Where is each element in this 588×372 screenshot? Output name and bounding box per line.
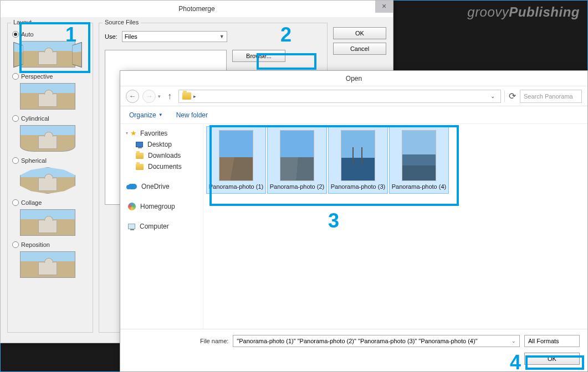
computer-icon — [128, 224, 135, 229]
use-select[interactable]: Files ▼ — [122, 31, 227, 42]
photomerge-titlebar: Photomerge × — [1, 1, 393, 17]
use-label: Use: — [105, 33, 117, 40]
layout-group: Layout Auto Perspective Cylindrical — [7, 23, 93, 333]
chevron-down-icon: ▼ — [158, 112, 163, 117]
homegroup-icon — [128, 203, 136, 210]
radio-icon — [12, 115, 19, 122]
layout-thumb-perspective — [20, 83, 75, 110]
layout-thumb-collage — [20, 209, 75, 236]
browse-button[interactable]: Browse... — [232, 50, 285, 62]
file-tile[interactable]: Panorama-photo (1) — [206, 126, 266, 194]
layout-thumb-auto — [20, 41, 75, 68]
folder-icon — [136, 153, 144, 159]
breadcrumb[interactable]: ▸ ⌄ — [178, 90, 501, 103]
sidebar-item-homegroup[interactable]: Homegroup — [120, 201, 203, 212]
file-thumbnail — [219, 130, 253, 181]
layout-option-reposition[interactable]: Reposition — [12, 241, 50, 248]
layout-legend: Layout — [11, 19, 34, 25]
chevron-right-icon: ▸ — [193, 94, 196, 99]
layout-option-collage[interactable]: Collage — [12, 199, 42, 206]
watermark: groovyPublishing — [467, 4, 580, 20]
open-command-bar: Organize ▼ New folder — [120, 106, 587, 124]
sidebar-favorites-header[interactable]: ▾ ★ Favorites — [120, 127, 203, 139]
file-tile[interactable]: Panorama-photo (3) — [328, 126, 388, 194]
open-title: Open — [346, 75, 362, 82]
filename-input[interactable]: "Panorama-photo (1)" "Panorama-photo (2)… — [233, 335, 520, 347]
sidebar-item-onedrive[interactable]: OneDrive — [120, 181, 203, 192]
star-icon: ★ — [130, 129, 137, 137]
layout-thumb-spherical — [20, 167, 75, 194]
file-name: Panorama-photo (3) — [331, 183, 385, 191]
cancel-button[interactable]: Cancel — [333, 43, 386, 55]
up-button[interactable]: ↑ — [164, 91, 175, 102]
file-tile[interactable]: Panorama-photo (4) — [389, 126, 449, 194]
open-nav-toolbar: ← → ▾ ↑ ▸ ⌄ ⟳ Search Panorama — [120, 86, 587, 106]
sidebar-item-downloads[interactable]: Downloads — [120, 150, 203, 161]
open-sidebar: ▾ ★ Favorites Desktop Downloads Document… — [120, 124, 203, 329]
layout-thumb-cylindrical — [20, 125, 75, 152]
open-ok-button[interactable]: OK — [524, 353, 580, 365]
open-dialog: Open ← → ▾ ↑ ▸ ⌄ ⟳ Search Panorama Organ… — [120, 70, 588, 372]
search-input[interactable]: Search Panorama — [520, 90, 582, 103]
sidebar-item-documents[interactable]: Documents — [120, 161, 203, 172]
file-name: Panorama-photo (2) — [270, 183, 324, 191]
format-select[interactable]: All Formats — [524, 335, 580, 347]
ok-button[interactable]: OK — [333, 27, 386, 39]
source-legend: Source Files — [103, 19, 141, 25]
sidebar-item-computer[interactable]: Computer — [120, 221, 203, 232]
radio-icon — [12, 157, 19, 164]
open-file-area[interactable]: Panorama-photo (1) Panorama-photo (2) Pa… — [203, 124, 587, 329]
radio-icon — [12, 199, 19, 206]
close-icon[interactable]: × — [375, 1, 393, 13]
file-tile[interactable]: Panorama-photo (2) — [267, 126, 327, 194]
organize-menu[interactable]: Organize ▼ — [129, 111, 163, 119]
layout-option-auto[interactable]: Auto — [12, 31, 34, 38]
radio-icon — [12, 31, 19, 38]
file-name: Panorama-photo (1) — [209, 183, 263, 191]
layout-thumb-reposition — [20, 251, 75, 278]
folder-icon — [182, 92, 191, 100]
back-button[interactable]: ← — [126, 90, 139, 103]
radio-icon — [12, 241, 19, 248]
open-titlebar: Open — [120, 71, 587, 86]
chevron-down-icon[interactable]: ⌄ — [488, 93, 497, 99]
file-name: Panorama-photo (4) — [392, 183, 446, 191]
layout-option-spherical[interactable]: Spherical — [12, 157, 47, 164]
folder-icon — [136, 164, 144, 170]
chevron-down-icon: ▼ — [219, 34, 224, 39]
desktop-icon — [136, 142, 143, 147]
refresh-button[interactable]: ⟳ — [504, 90, 517, 102]
filename-label: File name: — [200, 338, 228, 344]
file-thumbnail — [402, 130, 436, 181]
new-folder-button[interactable]: New folder — [176, 111, 208, 119]
sidebar-item-desktop[interactable]: Desktop — [120, 139, 203, 150]
chevron-down-icon[interactable]: ▾ — [158, 94, 161, 99]
chevron-down-icon[interactable]: ⌄ — [512, 338, 516, 344]
open-bottom-bar: File name: "Panorama-photo (1)" "Panoram… — [120, 329, 587, 371]
onedrive-icon — [128, 184, 137, 189]
radio-icon — [12, 73, 19, 80]
layout-option-cylindrical[interactable]: Cylindrical — [12, 115, 49, 122]
layout-option-perspective[interactable]: Perspective — [12, 73, 53, 80]
file-thumbnail — [341, 130, 375, 181]
file-thumbnail — [280, 130, 314, 181]
forward-button: → — [142, 90, 156, 103]
chevron-down-icon: ▾ — [126, 131, 128, 136]
photomerge-title: Photomerge — [178, 5, 214, 13]
